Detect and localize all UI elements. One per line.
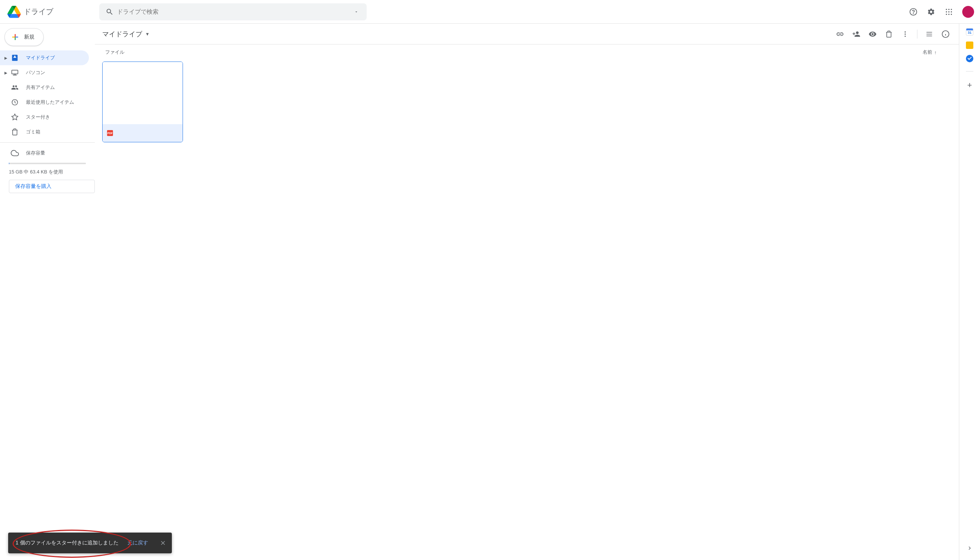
get-link-icon[interactable] <box>832 27 847 42</box>
svg-point-4 <box>951 8 952 10</box>
new-button[interactable]: 新規 <box>5 28 44 46</box>
svg-point-15 <box>904 36 905 37</box>
file-card[interactable]: PDF <box>102 62 183 142</box>
nav-storage-item[interactable]: 保存容量 <box>0 146 89 160</box>
nav-trash[interactable]: ゴミ箱 <box>0 125 89 139</box>
info-icon[interactable] <box>938 27 953 42</box>
nav-label: スター付き <box>26 114 50 120</box>
new-button-label: 新規 <box>24 34 35 40</box>
storage-label: 保存容量 <box>26 150 45 157</box>
pdf-icon: PDF <box>107 130 113 136</box>
nav-list: ▶ マイドライブ ▶ パソコン 共有アイテム <box>0 50 95 139</box>
app-name: ドライブ <box>24 7 53 17</box>
header-right <box>903 5 977 19</box>
tasks-app-icon[interactable] <box>966 55 973 62</box>
rail-separator <box>966 71 973 72</box>
nav-starred[interactable]: スター付き <box>0 110 89 125</box>
drive-logo-icon <box>7 5 21 18</box>
file-footer: PDF <box>103 124 183 142</box>
apps-grid-icon[interactable] <box>942 5 956 19</box>
nav-shared[interactable]: 共有アイテム <box>0 80 89 95</box>
recent-icon <box>10 98 19 107</box>
sort-label: 名前 <box>923 49 932 56</box>
search-icon <box>102 5 117 19</box>
breadcrumb-label: マイドライブ <box>102 30 142 38</box>
add-app-icon[interactable]: + <box>967 80 972 90</box>
main: マイドライブ ▼ <box>95 24 959 560</box>
sidebar: 新規 ▶ マイドライブ ▶ パソコン <box>0 24 95 560</box>
storage-text: 15 GB 中 63.4 KB を使用 <box>0 164 95 180</box>
list-view-icon[interactable] <box>922 27 937 42</box>
search-wrap <box>99 3 903 20</box>
search-input[interactable] <box>117 8 349 15</box>
close-icon[interactable] <box>157 537 169 549</box>
nav-label: パソコン <box>26 69 45 76</box>
calendar-app-icon[interactable]: 31 <box>966 28 973 36</box>
nav-computers[interactable]: ▶ パソコン <box>0 65 89 80</box>
cloud-icon <box>10 148 19 158</box>
svg-point-7 <box>951 11 952 12</box>
collapse-rail-icon[interactable] <box>962 541 977 555</box>
nav-recent[interactable]: 最近使用したアイテム <box>0 95 89 110</box>
caret-down-icon: ▼ <box>145 32 149 37</box>
side-rail: 31 + <box>959 24 980 560</box>
help-icon[interactable] <box>906 5 921 19</box>
header: ドライブ <box>0 0 980 24</box>
arrow-up-icon: ↑ <box>934 50 937 55</box>
divider <box>917 30 917 38</box>
main-header: マイドライブ ▼ <box>95 24 959 45</box>
svg-point-13 <box>904 31 905 32</box>
file-preview <box>103 62 183 124</box>
breadcrumb[interactable]: マイドライブ ▼ <box>102 30 149 38</box>
expand-caret-icon[interactable]: ▶ <box>3 71 9 75</box>
share-icon[interactable] <box>849 27 864 42</box>
svg-point-6 <box>948 11 949 12</box>
storage-bar <box>9 163 86 164</box>
toast-message: 1 個のファイルをスター付きに追加しました <box>15 540 118 546</box>
undo-button[interactable]: 元に戻す <box>125 540 151 546</box>
delete-icon[interactable] <box>882 27 896 42</box>
nav-label: 最近使用したアイテム <box>26 99 74 106</box>
main-actions <box>832 27 953 42</box>
buy-storage-button[interactable]: 保存容量を購入 <box>9 180 95 193</box>
section-label: ファイル <box>105 49 125 56</box>
svg-point-5 <box>946 11 947 12</box>
plus-icon <box>11 33 20 42</box>
shared-icon <box>10 83 19 92</box>
computers-icon <box>10 68 19 77</box>
nav-label: ゴミ箱 <box>26 128 40 135</box>
svg-point-8 <box>946 14 947 15</box>
nav-label: マイドライブ <box>26 55 55 61</box>
svg-point-10 <box>951 14 952 15</box>
nav-storage: 保存容量 <box>0 146 95 160</box>
list-header: ファイル 名前 ↑ <box>95 45 959 58</box>
sort-button[interactable]: 名前 ↑ <box>923 49 952 56</box>
trash-icon <box>10 127 19 137</box>
more-actions-icon[interactable] <box>898 27 913 42</box>
search-bar[interactable] <box>99 3 367 20</box>
logo[interactable]: ドライブ <box>5 5 99 18</box>
nav-separator <box>0 142 95 143</box>
svg-point-14 <box>904 33 905 35</box>
search-options-caret-icon[interactable] <box>349 10 364 14</box>
keep-app-icon[interactable] <box>966 42 973 49</box>
files-grid: PDF <box>95 58 959 145</box>
star-icon <box>10 113 19 122</box>
nav-my-drive[interactable]: ▶ マイドライブ <box>0 50 89 65</box>
nav-label: 共有アイテム <box>26 84 55 91</box>
preview-icon[interactable] <box>865 27 880 42</box>
svg-point-3 <box>948 8 949 10</box>
svg-rect-11 <box>12 70 18 74</box>
account-avatar[interactable] <box>962 6 974 18</box>
toast: 1 個のファイルをスター付きに追加しました 元に戻す <box>8 533 172 553</box>
expand-caret-icon[interactable]: ▶ <box>3 56 9 60</box>
body: 新規 ▶ マイドライブ ▶ パソコン <box>0 24 980 560</box>
settings-gear-icon[interactable] <box>924 5 938 19</box>
svg-point-2 <box>946 8 947 10</box>
my-drive-icon <box>10 53 19 62</box>
svg-point-9 <box>948 14 949 15</box>
